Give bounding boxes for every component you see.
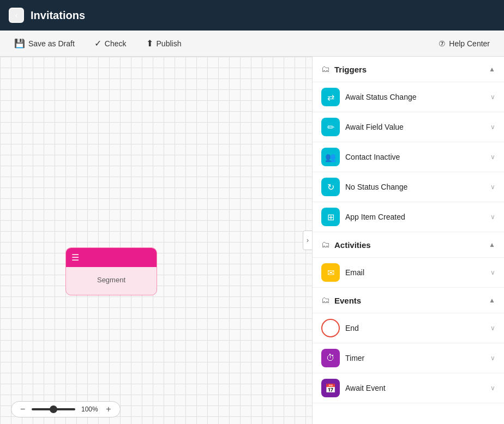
app-item-created-chevron: ∨: [490, 213, 495, 221]
await-field-value-chevron: ∨: [490, 123, 495, 131]
no-status-change-chevron: ∨: [490, 183, 495, 191]
end-chevron: ∨: [490, 324, 495, 332]
event-timer[interactable]: ⏱ Timer ∨: [313, 343, 504, 373]
zoom-label: 100%: [80, 405, 99, 413]
help-icon: ⑦: [439, 39, 446, 48]
trigger-no-status-change[interactable]: ↻ No Status Change ∨: [313, 172, 504, 202]
segment-label: Segment: [97, 276, 125, 284]
activities-section-header[interactable]: 🗂 Activities ▲: [313, 232, 504, 258]
timer-chevron: ∨: [490, 354, 495, 362]
save-draft-button[interactable]: 💾 Save as Draft: [7, 35, 82, 52]
await-event-label: Await Event: [345, 384, 386, 392]
await-event-chevron: ∨: [490, 384, 495, 392]
segment-node[interactable]: ☰ Segment: [65, 247, 157, 295]
email-chevron: ∨: [490, 269, 495, 276]
publish-label: Publish: [157, 39, 182, 48]
activities-title: Activities: [334, 240, 371, 250]
await-status-change-label: Await Status Change: [345, 93, 417, 101]
zoom-slider[interactable]: [32, 408, 75, 410]
events-section-header[interactable]: 🗂 Events ▲: [313, 288, 504, 313]
await-status-change-chevron: ∨: [490, 93, 495, 101]
no-status-change-label: No Status Change: [345, 183, 407, 191]
timer-label: Timer: [345, 354, 364, 362]
back-icon: ‹: [15, 11, 18, 20]
zoom-controls: − 100% +: [11, 401, 121, 417]
events-chevron-icon: ▲: [489, 296, 495, 304]
triggers-folder-icon: 🗂: [321, 64, 330, 74]
help-button[interactable]: ⑦ Help Center: [431, 36, 497, 51]
back-button[interactable]: ‹: [9, 8, 24, 23]
trigger-contact-inactive[interactable]: 👥 Contact Inactive ∨: [313, 142, 504, 172]
await-field-value-icon: ✏: [321, 118, 340, 136]
activity-email[interactable]: ✉ Email ∨: [313, 258, 504, 288]
end-icon: [321, 319, 340, 337]
app-item-created-label: App Item Created: [345, 213, 405, 221]
activities-folder-icon: 🗂: [321, 240, 330, 250]
timer-icon: ⏱: [321, 349, 340, 367]
await-status-change-icon: ⇄: [321, 88, 340, 106]
save-draft-label: Save as Draft: [28, 39, 75, 48]
triggers-section-header[interactable]: 🗂 Triggers ▲: [313, 57, 504, 82]
contact-inactive-chevron: ∨: [490, 153, 495, 161]
canvas[interactable]: ☰ Segment › − 100% +: [0, 57, 312, 424]
events-folder-icon: 🗂: [321, 295, 330, 305]
right-panel: 🗂 Triggers ▲ ⇄ Await Status Change ∨ ✏ A…: [312, 57, 504, 424]
app-header: ‹ Invitations: [0, 0, 504, 31]
main-layout: ☰ Segment › − 100% + 🗂 Triggers ▲: [0, 57, 504, 424]
publish-icon: ⬆: [146, 38, 153, 49]
event-end[interactable]: End ∨: [313, 313, 504, 343]
triggers-header-left: 🗂 Triggers: [321, 64, 367, 74]
email-icon: ✉: [321, 263, 340, 282]
triggers-title: Triggers: [334, 65, 367, 74]
no-status-change-icon: ↻: [321, 178, 340, 196]
check-button[interactable]: ✓ Check: [87, 35, 134, 52]
end-label: End: [345, 324, 359, 332]
events-title: Events: [334, 296, 361, 305]
zoom-in-button[interactable]: +: [104, 405, 113, 414]
help-label: Help Center: [449, 39, 490, 48]
segment-node-header: ☰: [66, 248, 157, 267]
await-field-value-label: Await Field Value: [345, 123, 404, 131]
event-await-event[interactable]: 📅 Await Event ∨: [313, 373, 504, 403]
save-icon: 💾: [14, 38, 25, 49]
triggers-chevron-icon: ▲: [489, 65, 495, 73]
trigger-await-status-change[interactable]: ⇄ Await Status Change ∨: [313, 82, 504, 112]
app-item-created-icon: ⊞: [321, 208, 340, 226]
email-label: Email: [345, 268, 364, 277]
contact-inactive-label: Contact Inactive: [345, 153, 400, 161]
trigger-app-item-created[interactable]: ⊞ App Item Created ∨: [313, 202, 504, 232]
publish-button[interactable]: ⬆ Publish: [139, 35, 189, 52]
toolbar: 💾 Save as Draft ✓ Check ⬆ Publish ⑦ Help…: [0, 31, 504, 57]
check-label: Check: [105, 39, 127, 48]
page-title: Invitations: [31, 9, 85, 22]
await-event-icon: 📅: [321, 379, 340, 397]
activities-chevron-icon: ▲: [489, 241, 495, 249]
trigger-await-field-value[interactable]: ✏ Await Field Value ∨: [313, 112, 504, 142]
segment-node-icon: ☰: [71, 253, 79, 262]
zoom-out-button[interactable]: −: [18, 405, 27, 414]
collapse-icon: ›: [307, 237, 309, 244]
panel-collapse-button[interactable]: ›: [303, 231, 312, 250]
check-icon: ✓: [94, 38, 101, 49]
contact-inactive-icon: 👥: [321, 148, 340, 166]
segment-node-body: Segment: [66, 267, 157, 295]
